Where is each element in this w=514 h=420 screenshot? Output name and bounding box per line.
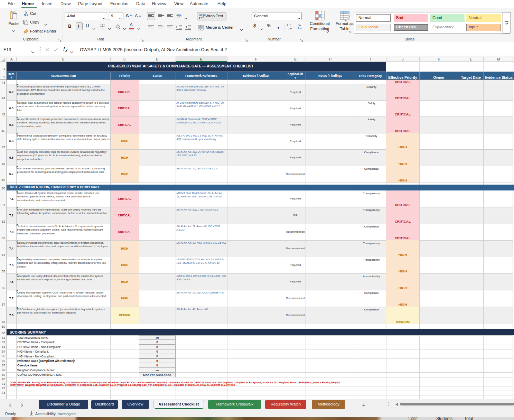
svg-text:.00: .00	[288, 27, 292, 30]
svg-text:c: c	[199, 16, 200, 19]
svg-text:0: 0	[300, 27, 302, 30]
